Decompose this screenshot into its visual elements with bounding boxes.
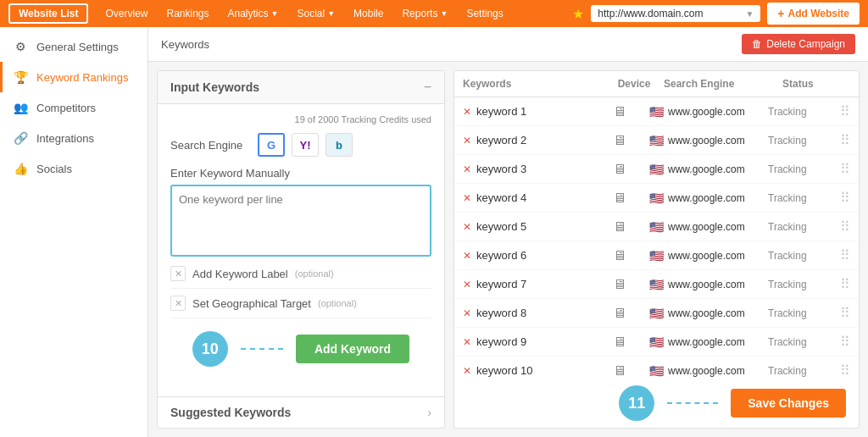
suggested-keywords-section[interactable]: Suggested Keywords › <box>158 396 444 428</box>
keyword-text: keyword 1 <box>476 105 590 118</box>
engine-text: 🇺🇸 www.google.com <box>649 249 768 263</box>
header-engine: Search Engine <box>664 78 782 90</box>
add-label-text: Add Keyword Label <box>192 268 288 280</box>
drag-handle-icon[interactable]: ⠿ <box>840 132 850 148</box>
drag-handle-icon[interactable]: ⠿ <box>840 161 850 177</box>
device-icon: 🖥 <box>590 335 649 350</box>
trash-icon: 🗑 <box>752 38 762 50</box>
engine-text: 🇺🇸 www.google.com <box>649 278 768 291</box>
flag-icon: 🇺🇸 <box>649 307 664 320</box>
drag-handle-icon[interactable]: ⠿ <box>840 276 850 292</box>
drag-handle-icon[interactable]: ⠿ <box>840 362 850 379</box>
sidebar-label-integrations: Integrations <box>36 132 94 145</box>
url-dropdown-arrow[interactable]: ▼ <box>745 9 754 19</box>
device-icon: 🖥 <box>590 363 649 379</box>
sidebar: ⚙ General Settings 🏆 Keyword Rankings 👥 … <box>0 27 148 437</box>
remove-keyword-btn[interactable]: ✕ <box>463 250 471 262</box>
nav-settings[interactable]: Settings <box>458 3 511 25</box>
panel-title: Input Keywords <box>170 80 259 94</box>
table-row: ✕ keyword 4 🖥 🇺🇸 www.google.com Tracking… <box>454 184 859 213</box>
sidebar-item-keyword-rankings[interactable]: 🏆 Keyword Rankings <box>0 62 147 92</box>
status-badge: Tracking <box>768 365 836 377</box>
table-row: ✕ keyword 9 🖥 🇺🇸 www.google.com Tracking… <box>454 328 859 357</box>
add-label-row[interactable]: ✕ Add Keyword Label (optional) <box>170 259 431 289</box>
nav-reports[interactable]: Reports ▼ <box>393 3 456 25</box>
drag-handle-icon[interactable]: ⠿ <box>840 334 850 350</box>
remove-keyword-btn[interactable]: ✕ <box>463 365 471 377</box>
sidebar-item-general-settings[interactable]: ⚙ General Settings <box>0 31 147 62</box>
status-badge: Tracking <box>768 106 836 118</box>
nav-mobile[interactable]: Mobile <box>345 3 392 25</box>
input-keywords-panel: Input Keywords − 19 of 2000 Tracking Cre… <box>157 70 445 429</box>
sidebar-item-competitors[interactable]: 👥 Competitors <box>0 92 147 123</box>
table-row: ✕ keyword 2 🖥 🇺🇸 www.google.com Tracking… <box>454 126 859 155</box>
delete-campaign-btn[interactable]: 🗑 Delete Campaign <box>742 34 855 54</box>
table-row: ✕ keyword 6 🖥 🇺🇸 www.google.com Tracking… <box>454 241 859 270</box>
remove-keyword-btn[interactable]: ✕ <box>463 135 471 147</box>
sidebar-item-socials[interactable]: 👍 Socials <box>0 153 147 184</box>
remove-keyword-btn[interactable]: ✕ <box>463 163 471 175</box>
drag-handle-icon[interactable]: ⠿ <box>840 247 850 263</box>
flag-icon: 🇺🇸 <box>649 364 664 378</box>
flag-icon: 🇺🇸 <box>649 220 664 234</box>
sidebar-label-keywords: Keyword Rankings <box>36 71 128 84</box>
panel-header: Input Keywords − <box>158 71 444 104</box>
main-layout: ⚙ General Settings 🏆 Keyword Rankings 👥 … <box>0 27 868 437</box>
add-website-btn[interactable]: + Add Website <box>767 3 860 25</box>
table-row: ✕ keyword 7 🖥 🇺🇸 www.google.com Tracking… <box>454 270 859 299</box>
remove-keyword-btn[interactable]: ✕ <box>463 307 471 319</box>
suggested-title: Suggested Keywords <box>170 406 291 419</box>
yahoo-engine-btn[interactable]: Y! <box>292 133 319 157</box>
add-keyword-row: 10 Add Keyword <box>170 318 431 379</box>
nav-analytics[interactable]: Analytics ▼ <box>220 3 287 25</box>
content-area: Keywords 🗑 Delete Campaign Input Keyword… <box>148 27 868 437</box>
star-icon[interactable]: ★ <box>572 6 584 22</box>
flag-icon: 🇺🇸 <box>649 278 664 291</box>
remove-keyword-btn[interactable]: ✕ <box>463 221 471 233</box>
keyword-text: keyword 9 <box>476 335 590 348</box>
flag-icon: 🇺🇸 <box>649 105 664 119</box>
engine-text: 🇺🇸 www.google.com <box>649 335 768 349</box>
sidebar-label-socials: Socials <box>36 163 72 175</box>
status-badge: Tracking <box>768 135 836 147</box>
keyword-text: keyword 8 <box>476 307 590 319</box>
engine-text: 🇺🇸 www.google.com <box>649 105 768 119</box>
flag-icon: 🇺🇸 <box>649 191 664 205</box>
breadcrumb-text: Keywords <box>161 38 209 51</box>
geo-target-row[interactable]: ✕ Set Geographical Target (optional) <box>170 289 431 318</box>
drag-handle-icon[interactable]: ⠿ <box>840 190 850 206</box>
add-keyword-btn[interactable]: Add Keyword <box>296 335 409 363</box>
remove-keyword-btn[interactable]: ✕ <box>463 336 471 348</box>
remove-keyword-btn[interactable]: ✕ <box>463 279 471 290</box>
engine-text: 🇺🇸 www.google.com <box>649 134 768 147</box>
remove-keyword-btn[interactable]: ✕ <box>463 106 471 118</box>
google-engine-btn[interactable]: G <box>258 133 285 157</box>
bing-engine-btn[interactable]: b <box>326 133 353 157</box>
remove-keyword-btn[interactable]: ✕ <box>463 192 471 204</box>
drag-handle-icon[interactable]: ⠿ <box>840 305 850 321</box>
panel-toggle-btn[interactable]: − <box>424 80 431 95</box>
keyword-input-label: Enter Keyword Manually <box>170 167 431 180</box>
keyword-text: keyword 10 <box>476 364 590 377</box>
search-engine-label: Search Engine <box>170 139 251 152</box>
chevron-right-icon: › <box>427 406 431 419</box>
sidebar-label-competitors: Competitors <box>36 102 96 114</box>
geo-note: (optional) <box>318 298 357 308</box>
keyword-textarea[interactable] <box>170 185 431 257</box>
nav-overview[interactable]: Overview <box>97 3 156 25</box>
drag-handle-icon[interactable]: ⠿ <box>840 218 850 235</box>
status-badge: Tracking <box>768 250 836 262</box>
website-list-btn[interactable]: Website List <box>8 3 88 24</box>
engine-text: 🇺🇸 www.google.com <box>649 191 768 205</box>
sidebar-item-integrations[interactable]: 🔗 Integrations <box>0 123 147 153</box>
link-icon: 🔗 <box>13 131 28 145</box>
nav-rankings[interactable]: Rankings <box>158 3 217 25</box>
users-icon: 👥 <box>13 101 28 114</box>
engine-text: 🇺🇸 www.google.com <box>649 364 768 378</box>
nav-social[interactable]: Social ▼ <box>288 3 343 25</box>
status-badge: Tracking <box>768 307 836 319</box>
step-11-circle: 11 <box>619 385 654 421</box>
drag-handle-icon[interactable]: ⠿ <box>840 103 850 119</box>
table-header: Keywords Device Search Engine Status <box>454 71 859 97</box>
save-changes-btn[interactable]: Save Changes <box>731 389 846 418</box>
